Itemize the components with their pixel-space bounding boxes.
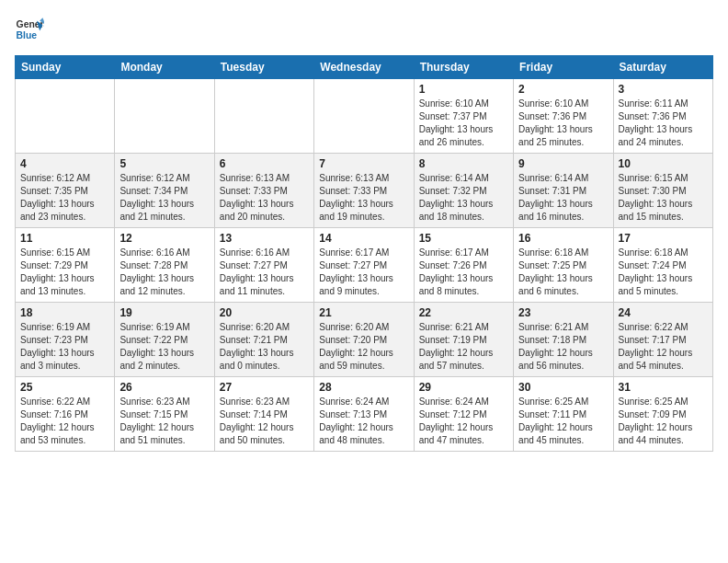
day-number: 28 xyxy=(319,381,408,394)
day-info: Sunrise: 6:13 AM Sunset: 7:33 PM Dayligh… xyxy=(319,172,408,224)
day-number: 29 xyxy=(419,381,508,394)
calendar-cell xyxy=(115,79,214,154)
calendar-cell: 13Sunrise: 6:16 AM Sunset: 7:27 PM Dayli… xyxy=(214,228,313,303)
day-number: 4 xyxy=(20,157,109,170)
calendar-cell: 24Sunrise: 6:22 AM Sunset: 7:17 PM Dayli… xyxy=(613,303,712,377)
calendar-cell: 21Sunrise: 6:20 AM Sunset: 7:20 PM Dayli… xyxy=(314,303,414,377)
weekday-header-monday: Monday xyxy=(115,56,214,79)
calendar-cell: 22Sunrise: 6:21 AM Sunset: 7:19 PM Dayli… xyxy=(414,303,513,377)
calendar-cell: 11Sunrise: 6:15 AM Sunset: 7:29 PM Dayli… xyxy=(16,228,115,303)
calendar-cell: 25Sunrise: 6:22 AM Sunset: 7:16 PM Dayli… xyxy=(16,377,115,452)
day-info: Sunrise: 6:12 AM Sunset: 7:34 PM Dayligh… xyxy=(119,172,209,224)
day-number: 22 xyxy=(419,306,508,319)
day-info: Sunrise: 6:19 AM Sunset: 7:23 PM Dayligh… xyxy=(20,321,109,373)
day-number: 12 xyxy=(119,232,209,245)
day-number: 24 xyxy=(619,306,708,319)
calendar-week-5: 25Sunrise: 6:22 AM Sunset: 7:16 PM Dayli… xyxy=(16,377,713,452)
page-header: General Blue xyxy=(15,15,713,44)
weekday-header-sunday: Sunday xyxy=(16,56,115,79)
day-info: Sunrise: 6:21 AM Sunset: 7:19 PM Dayligh… xyxy=(419,321,508,373)
day-number: 18 xyxy=(20,306,109,319)
svg-text:Blue: Blue xyxy=(17,30,38,40)
day-info: Sunrise: 6:23 AM Sunset: 7:15 PM Dayligh… xyxy=(119,396,209,447)
calendar-cell: 26Sunrise: 6:23 AM Sunset: 7:15 PM Dayli… xyxy=(115,377,214,452)
weekday-header-wednesday: Wednesday xyxy=(314,56,414,79)
calendar-cell xyxy=(314,79,414,154)
day-number: 5 xyxy=(119,157,209,170)
calendar-cell: 8Sunrise: 6:14 AM Sunset: 7:32 PM Daylig… xyxy=(414,154,513,228)
day-number: 9 xyxy=(518,157,608,170)
weekday-header-saturday: Saturday xyxy=(613,56,712,79)
day-info: Sunrise: 6:16 AM Sunset: 7:27 PM Dayligh… xyxy=(220,247,309,298)
calendar-cell: 15Sunrise: 6:17 AM Sunset: 7:26 PM Dayli… xyxy=(414,228,513,303)
calendar-week-1: 1Sunrise: 6:10 AM Sunset: 7:37 PM Daylig… xyxy=(16,79,713,154)
day-number: 8 xyxy=(419,157,508,170)
calendar-cell: 31Sunrise: 6:25 AM Sunset: 7:09 PM Dayli… xyxy=(613,377,712,452)
calendar-cell: 14Sunrise: 6:17 AM Sunset: 7:27 PM Dayli… xyxy=(314,228,414,303)
calendar-cell: 9Sunrise: 6:14 AM Sunset: 7:31 PM Daylig… xyxy=(514,154,613,228)
day-info: Sunrise: 6:15 AM Sunset: 7:30 PM Dayligh… xyxy=(619,172,708,224)
calendar-cell: 10Sunrise: 6:15 AM Sunset: 7:30 PM Dayli… xyxy=(613,154,712,228)
day-info: Sunrise: 6:15 AM Sunset: 7:29 PM Dayligh… xyxy=(20,247,109,298)
day-number: 14 xyxy=(319,232,408,245)
calendar-cell: 16Sunrise: 6:18 AM Sunset: 7:25 PM Dayli… xyxy=(514,228,613,303)
calendar-cell: 1Sunrise: 6:10 AM Sunset: 7:37 PM Daylig… xyxy=(414,79,513,154)
calendar-cell: 19Sunrise: 6:19 AM Sunset: 7:22 PM Dayli… xyxy=(115,303,214,377)
calendar-cell: 23Sunrise: 6:21 AM Sunset: 7:18 PM Dayli… xyxy=(514,303,613,377)
day-number: 10 xyxy=(619,157,708,170)
day-info: Sunrise: 6:24 AM Sunset: 7:12 PM Dayligh… xyxy=(419,396,508,447)
day-info: Sunrise: 6:22 AM Sunset: 7:16 PM Dayligh… xyxy=(20,396,109,447)
calendar-cell: 6Sunrise: 6:13 AM Sunset: 7:33 PM Daylig… xyxy=(214,154,313,228)
weekday-header-thursday: Thursday xyxy=(414,56,513,79)
calendar-cell: 3Sunrise: 6:11 AM Sunset: 7:36 PM Daylig… xyxy=(613,79,712,154)
day-number: 20 xyxy=(220,306,309,319)
day-info: Sunrise: 6:13 AM Sunset: 7:33 PM Dayligh… xyxy=(220,172,309,224)
calendar-cell: 4Sunrise: 6:12 AM Sunset: 7:35 PM Daylig… xyxy=(16,154,115,228)
day-number: 7 xyxy=(319,157,408,170)
day-info: Sunrise: 6:23 AM Sunset: 7:14 PM Dayligh… xyxy=(220,396,309,447)
calendar-week-2: 4Sunrise: 6:12 AM Sunset: 7:35 PM Daylig… xyxy=(16,154,713,228)
day-number: 23 xyxy=(518,306,608,319)
day-info: Sunrise: 6:24 AM Sunset: 7:13 PM Dayligh… xyxy=(319,396,408,447)
day-number: 19 xyxy=(119,306,209,319)
day-info: Sunrise: 6:17 AM Sunset: 7:26 PM Dayligh… xyxy=(419,247,508,298)
calendar-cell: 7Sunrise: 6:13 AM Sunset: 7:33 PM Daylig… xyxy=(314,154,414,228)
day-number: 27 xyxy=(220,381,309,394)
day-number: 11 xyxy=(20,232,109,245)
day-number: 25 xyxy=(20,381,109,394)
logo: General Blue xyxy=(15,15,50,44)
calendar-week-3: 11Sunrise: 6:15 AM Sunset: 7:29 PM Dayli… xyxy=(16,228,713,303)
day-number: 3 xyxy=(619,83,708,96)
day-number: 16 xyxy=(518,232,608,245)
day-info: Sunrise: 6:21 AM Sunset: 7:18 PM Dayligh… xyxy=(518,321,608,373)
day-number: 31 xyxy=(619,381,708,394)
logo-icon: General Blue xyxy=(15,15,44,44)
day-number: 21 xyxy=(319,306,408,319)
day-info: Sunrise: 6:20 AM Sunset: 7:20 PM Dayligh… xyxy=(319,321,408,373)
calendar-cell: 2Sunrise: 6:10 AM Sunset: 7:36 PM Daylig… xyxy=(514,79,613,154)
day-info: Sunrise: 6:10 AM Sunset: 7:37 PM Dayligh… xyxy=(419,98,508,149)
day-info: Sunrise: 6:18 AM Sunset: 7:25 PM Dayligh… xyxy=(518,247,608,298)
day-info: Sunrise: 6:11 AM Sunset: 7:36 PM Dayligh… xyxy=(619,98,708,149)
calendar-cell: 28Sunrise: 6:24 AM Sunset: 7:13 PM Dayli… xyxy=(314,377,414,452)
calendar-cell: 20Sunrise: 6:20 AM Sunset: 7:21 PM Dayli… xyxy=(214,303,313,377)
calendar-table: SundayMondayTuesdayWednesdayThursdayFrid… xyxy=(15,55,713,452)
day-info: Sunrise: 6:25 AM Sunset: 7:11 PM Dayligh… xyxy=(518,396,608,447)
day-info: Sunrise: 6:25 AM Sunset: 7:09 PM Dayligh… xyxy=(619,396,708,447)
day-info: Sunrise: 6:17 AM Sunset: 7:27 PM Dayligh… xyxy=(319,247,408,298)
day-info: Sunrise: 6:14 AM Sunset: 7:32 PM Dayligh… xyxy=(419,172,508,224)
weekday-header-row: SundayMondayTuesdayWednesdayThursdayFrid… xyxy=(16,56,713,79)
calendar-cell: 27Sunrise: 6:23 AM Sunset: 7:14 PM Dayli… xyxy=(214,377,313,452)
calendar-cell: 18Sunrise: 6:19 AM Sunset: 7:23 PM Dayli… xyxy=(16,303,115,377)
day-info: Sunrise: 6:10 AM Sunset: 7:36 PM Dayligh… xyxy=(518,98,608,149)
calendar-cell xyxy=(16,79,115,154)
weekday-header-tuesday: Tuesday xyxy=(214,56,313,79)
day-number: 2 xyxy=(518,83,608,96)
calendar-cell: 17Sunrise: 6:18 AM Sunset: 7:24 PM Dayli… xyxy=(613,228,712,303)
day-info: Sunrise: 6:19 AM Sunset: 7:22 PM Dayligh… xyxy=(119,321,209,373)
day-info: Sunrise: 6:18 AM Sunset: 7:24 PM Dayligh… xyxy=(619,247,708,298)
day-info: Sunrise: 6:22 AM Sunset: 7:17 PM Dayligh… xyxy=(619,321,708,373)
calendar-cell: 29Sunrise: 6:24 AM Sunset: 7:12 PM Dayli… xyxy=(414,377,513,452)
day-number: 15 xyxy=(419,232,508,245)
day-info: Sunrise: 6:12 AM Sunset: 7:35 PM Dayligh… xyxy=(20,172,109,224)
